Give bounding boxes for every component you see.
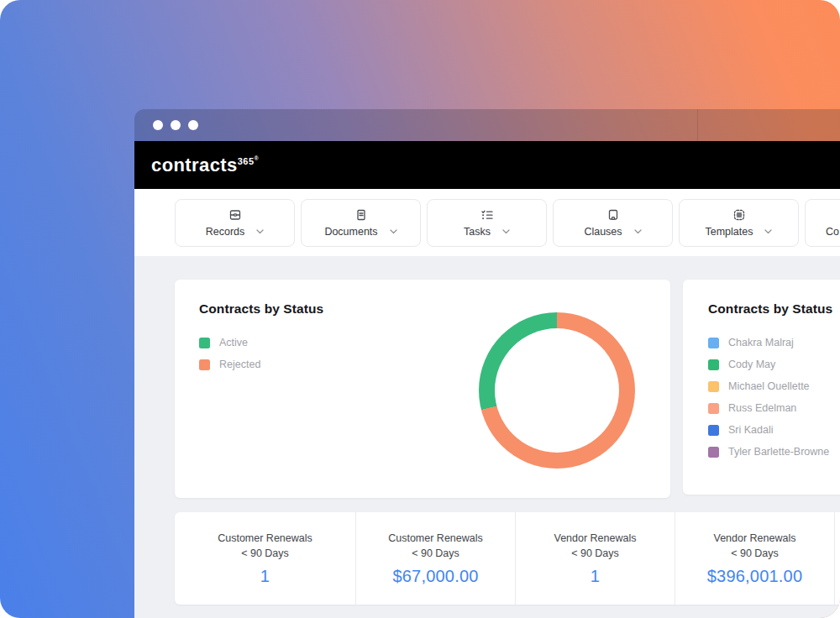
app-header: contracts365® <box>134 141 840 189</box>
nav-tab-records[interactable]: Records <box>175 199 295 247</box>
nav-tab-templates[interactable]: Templates <box>679 199 799 247</box>
card-title: Contracts by Status <box>708 301 840 317</box>
legend-swatch <box>708 359 719 370</box>
legend-label: Michael Ouellette <box>728 380 810 392</box>
legend-swatch <box>708 403 719 414</box>
registered-mark: ® <box>255 155 260 161</box>
metric-label: Customer Renewals< 90 Days <box>388 531 483 561</box>
dashboard-content: Contracts by Status ActiveRejected Contr… <box>134 256 840 618</box>
nav-tab-label: Co <box>826 226 839 238</box>
traffic-lights <box>153 120 198 130</box>
legend-item: Russ Edelman <box>708 397 840 419</box>
nav-tab-label: Tasks <box>464 226 491 238</box>
documents-icon <box>354 208 368 222</box>
contracts365-logo: contracts365® <box>151 154 259 176</box>
legend-item: Sri Kadali <box>708 419 840 441</box>
legend-label: Active <box>219 337 248 348</box>
metric-cell: Vendor Renewals< 90 Days1 <box>515 512 675 605</box>
metric-label: Vendor Renewals< 90 Days <box>554 531 637 561</box>
nav-tab-label: Clauses <box>584 226 622 238</box>
nav-tab-co[interactable]: Co <box>805 199 840 247</box>
background-gradient: contracts365® RecordsDocumentsTasksClaus… <box>0 0 840 618</box>
contracts-by-status-chart-card: Contracts by Status ActiveRejected <box>175 280 670 498</box>
metric-value: 1 <box>591 567 600 586</box>
metric-cell: Customer Renewals< 90 Days1 <box>175 512 355 605</box>
window-close-icon[interactable] <box>153 120 163 130</box>
window-minimize-icon[interactable] <box>171 120 181 130</box>
nav-tab-clauses[interactable]: Clauses <box>553 199 673 247</box>
records-icon <box>228 208 242 222</box>
chevron-down-icon <box>764 229 772 234</box>
donut-hole <box>495 328 619 453</box>
legend-item: Tyler Barlette-Browne <box>708 441 840 463</box>
clauses-icon <box>606 208 620 222</box>
owner-legend: Chakra MalrajCody MayMichael OuelletteRu… <box>708 332 840 463</box>
window-zoom-icon[interactable] <box>188 120 198 130</box>
metric-cell: Customer Renewals< 90 Days$67,000.00 <box>355 512 515 605</box>
tasks-icon <box>480 208 494 222</box>
metric-label: Vendor Renewals< 90 Days <box>714 531 796 561</box>
metric-value: $396,001.00 <box>707 567 802 586</box>
metric-label: Customer Renewals< 90 Days <box>218 531 312 561</box>
nav-tab-tasks[interactable]: Tasks <box>427 199 547 247</box>
legend-swatch <box>199 359 210 370</box>
titlebar-divider <box>697 109 698 141</box>
legend-swatch <box>708 447 719 458</box>
chevron-down-icon <box>634 229 642 234</box>
legend-label: Rejected <box>219 359 260 370</box>
metric-value: 1 <box>260 567 270 586</box>
metric-cell-truncated <box>834 512 840 605</box>
legend-swatch <box>708 425 719 436</box>
legend-label: Tyler Barlette-Browne <box>728 446 829 458</box>
legend-swatch <box>708 381 719 392</box>
chevron-down-icon <box>390 229 397 234</box>
legend-item: Michael Ouellette <box>708 375 840 397</box>
legend-swatch <box>708 338 719 348</box>
legend-swatch <box>199 338 210 348</box>
legend-label: Sri Kadali <box>728 424 774 436</box>
contracts-by-owner-card: Contracts by Status Chakra MalrajCody Ma… <box>683 280 840 495</box>
metric-cell: Vendor Renewals< 90 Days$396,001.00 <box>675 512 834 605</box>
nav-tab-label: Templates <box>706 226 753 238</box>
primary-nav: RecordsDocumentsTasksClausesTemplatesCo <box>134 189 840 256</box>
logo-wordmark: contracts <box>151 154 238 175</box>
legend-item: Cody May <box>708 354 840 375</box>
legend-label: Russ Edelman <box>728 402 796 414</box>
chevron-down-icon <box>502 229 510 234</box>
cards-row: Contracts by Status ActiveRejected Contr… <box>175 280 840 498</box>
renewals-metrics-bar: Customer Renewals< 90 Days1Customer Rene… <box>175 512 840 605</box>
chevron-down-icon <box>256 229 264 234</box>
templates-icon <box>732 208 746 222</box>
browser-titlebar <box>134 109 840 141</box>
legend-label: Cody May <box>728 359 775 370</box>
legend-item: Chakra Malraj <box>708 332 840 354</box>
card-title: Contracts by Status <box>199 301 670 317</box>
nav-tab-documents[interactable]: Documents <box>301 199 421 247</box>
legend-label: Chakra Malraj <box>728 337 794 348</box>
donut-chart <box>479 312 635 469</box>
browser-window: contracts365® RecordsDocumentsTasksClaus… <box>134 109 840 618</box>
logo-365: 365 <box>238 155 255 165</box>
nav-tab-label: Records <box>206 226 245 238</box>
metric-value: $67,000.00 <box>392 567 478 586</box>
nav-tab-label: Documents <box>324 226 377 238</box>
